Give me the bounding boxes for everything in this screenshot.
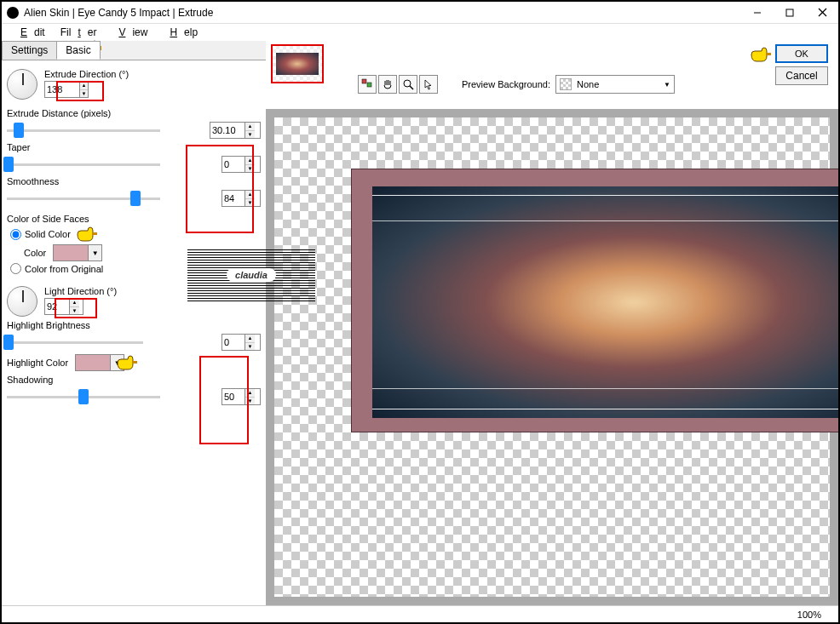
taper-input[interactable]: ▲▼ — [222, 156, 261, 173]
maximize-button[interactable] — [774, 3, 806, 23]
smoothness-input[interactable]: ▲▼ — [222, 190, 261, 207]
highlight-brightness-input[interactable]: ▲▼ — [222, 334, 261, 351]
menu-filter[interactable]: Filter — [54, 25, 104, 40]
smoothness-slider[interactable] — [7, 198, 160, 200]
color-label: Color — [24, 248, 46, 258]
shadowing-slider[interactable] — [7, 396, 160, 398]
menu-view[interactable]: View — [105, 25, 154, 40]
extrude-distance-label: Extrude Distance (pixels) — [7, 108, 261, 118]
taper-label: Taper — [7, 142, 261, 152]
tab-settings[interactable]: Settings — [2, 41, 57, 60]
menu-help[interactable]: Help — [156, 25, 204, 40]
color-sampler-tool[interactable] — [358, 75, 377, 94]
watermark: claudia — [187, 249, 315, 301]
extrude-preview-object — [351, 169, 838, 432]
tab-basic[interactable]: Basic — [56, 41, 100, 60]
cancel-button[interactable]: Cancel — [775, 66, 828, 85]
chevron-down-icon: ▼ — [664, 81, 670, 89]
side-face-color-picker[interactable]: ▼ — [53, 244, 102, 261]
extrude-distance-slider[interactable] — [7, 129, 160, 132]
shadowing-input[interactable]: ▲▼ — [222, 388, 261, 405]
preview-bg-label: Preview Background: — [462, 79, 550, 89]
shadowing-label: Shadowing — [7, 375, 261, 385]
minimize-button[interactable] — [741, 3, 774, 23]
svg-rect-5 — [367, 83, 371, 87]
svg-line-7 — [410, 86, 413, 89]
svg-point-6 — [404, 80, 411, 87]
highlight-brightness-label: Highlight Brightness — [7, 320, 261, 330]
solid-color-radio[interactable]: Solid Color — [7, 226, 261, 243]
light-direction-dial[interactable] — [7, 286, 37, 317]
extrude-direction-input[interactable]: ▲▼ — [44, 81, 89, 98]
highlight-color-picker[interactable]: ▼ — [75, 354, 124, 371]
close-button[interactable] — [806, 3, 838, 23]
status-bar: 100% — [2, 605, 838, 622]
zoom-level: 100% — [797, 610, 821, 620]
side-faces-header: Color of Side Faces — [7, 214, 261, 224]
spinner-buttons[interactable]: ▲▼ — [79, 82, 88, 97]
extrude-direction-label: Extrude Direction (°) — [44, 69, 261, 79]
window-title: Alien Skin | Eye Candy 5 Impact | Extrud… — [24, 7, 741, 19]
app-logo-icon — [7, 7, 19, 19]
thumbnail-preview[interactable] — [271, 44, 324, 83]
preview-bg-select[interactable]: None ▼ — [555, 75, 675, 94]
settings-panel: Settings Basic Extrude Direction (°) ▲▼ — [2, 41, 266, 605]
hand-tool[interactable] — [378, 75, 397, 94]
light-direction-input[interactable]: ▲▼ — [44, 298, 83, 315]
chevron-down-icon[interactable]: ▼ — [88, 245, 101, 260]
pointer-annotation-icon — [750, 46, 772, 63]
menu-edit[interactable]: Edit — [7, 25, 52, 40]
highlight-color-label: Highlight Color — [7, 358, 68, 368]
transparency-icon — [560, 78, 572, 90]
chevron-down-icon[interactable]: ▼ — [110, 355, 124, 370]
svg-rect-1 — [786, 9, 793, 16]
pointer-annotation-icon — [76, 226, 98, 243]
title-bar: Alien Skin | Eye Candy 5 Impact | Extrud… — [2, 2, 838, 24]
menu-bar: Edit Filter View Help — [2, 24, 838, 41]
extrude-direction-dial[interactable] — [7, 69, 37, 100]
taper-slider[interactable] — [7, 163, 160, 166]
extrude-distance-input[interactable]: ▲▼ — [210, 122, 261, 139]
smoothness-label: Smoothness — [7, 176, 261, 186]
tab-strip: Settings Basic — [2, 41, 266, 60]
ok-button[interactable]: OK — [775, 44, 828, 63]
zoom-tool[interactable] — [399, 75, 417, 94]
pointer-tool[interactable] — [419, 75, 438, 94]
preview-area: Preview Background: None ▼ OK Cancel — [266, 41, 838, 605]
preview-toolbar — [358, 75, 438, 94]
highlight-brightness-slider[interactable] — [7, 341, 143, 344]
svg-rect-4 — [362, 79, 366, 83]
preview-canvas[interactable] — [266, 109, 838, 605]
